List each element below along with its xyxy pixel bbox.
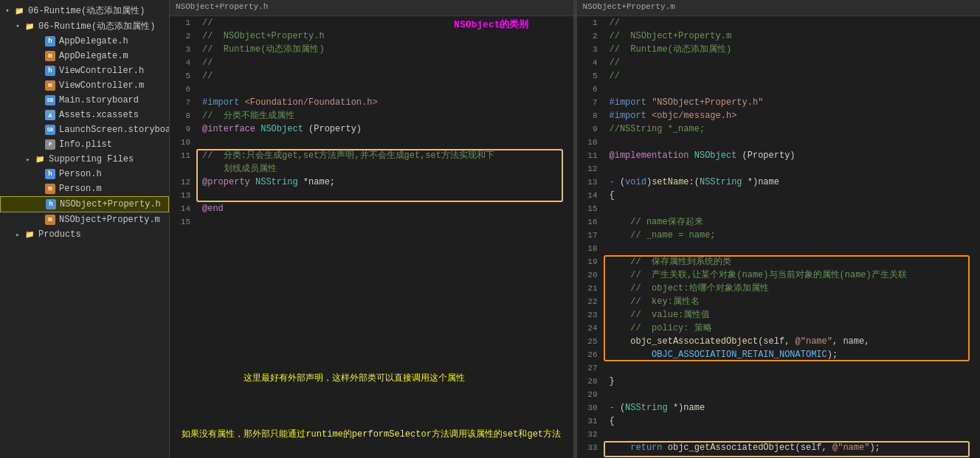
table-row: 31{ [577, 414, 981, 428]
table-row: 23 // value:属性值 [577, 308, 981, 322]
table-row: 15 [170, 215, 573, 229]
sidebar-item-person-h[interactable]: ▸hPerson.h [0, 167, 169, 181]
line-number: 2 [577, 30, 604, 43]
line-code: objc_setAssociatedObject(self, @"name", … [604, 335, 981, 348]
line-code [196, 136, 573, 149]
table-row: 22 // key:属性名 [577, 295, 981, 308]
table-row: 32 [577, 428, 981, 441]
table-row: 12 [577, 162, 981, 176]
line-number: 29 [577, 388, 604, 401]
sidebar-item-app-group[interactable]: ▾📁06-Runtime(动态添加属性) [0, 18, 169, 34]
sidebar-item-person-m[interactable]: ▸mPerson.m [0, 181, 169, 196]
line-code [604, 454, 981, 458]
sidebar-label: AppDelegate.m [59, 51, 128, 61]
sidebar-label: 06-Runtime(动态添加属性) [28, 4, 145, 17]
line-number: 8 [577, 109, 604, 122]
line-code: // _name = name; [604, 229, 981, 242]
expand-arrow: ▾ [13, 22, 22, 31]
table-row: 16 // name保存起来 [577, 215, 981, 229]
line-number: 10 [170, 136, 196, 149]
sidebar-item-appdelegate-m[interactable]: ▸mAppDelegate.m [0, 49, 169, 63]
m-file-icon: m [44, 214, 56, 226]
line-code: #import "NSObject+Property.h" [604, 96, 981, 109]
line-code [196, 83, 573, 96]
line-number: 15 [577, 202, 604, 215]
sidebar-label: NSObject+Property.h [60, 199, 161, 209]
line-number: 25 [577, 335, 604, 348]
line-code [604, 388, 981, 401]
table-row: 28} [577, 375, 981, 388]
line-code: // 保存属性到系统的类 [604, 255, 981, 268]
sidebar-label: ViewController.h [59, 66, 144, 76]
storyboard-icon: SB [44, 124, 56, 136]
left-code-panel: NSObject+Property.h NSObject的类别1//2// NS… [170, 0, 574, 458]
right-code-content[interactable]: 1//2// NSObject+Property.m3// Runtime(动态… [577, 16, 981, 458]
table-row: 1// [577, 16, 981, 30]
line-number: 8 [170, 109, 196, 122]
line-code [604, 162, 981, 176]
line-number: 33 [577, 441, 604, 454]
table-row: 9//NSString *_name; [577, 122, 981, 136]
line-code [196, 189, 573, 202]
table-row: 13- (void)setName:(NSString *)name [577, 176, 981, 189]
sidebar-item-nsobject-property-m[interactable]: ▸mNSObject+Property.m [0, 212, 169, 227]
line-number: 6 [577, 83, 604, 96]
sidebar-item-launchscreen[interactable]: ▸SBLaunchScreen.storyboard [0, 122, 169, 137]
line-code: #import <objc/message.h> [604, 109, 981, 122]
line-code: // object:给哪个对象添加属性 [604, 282, 981, 295]
line-code: // [604, 56, 981, 69]
line-code [196, 215, 573, 229]
sidebar-label: AppDelegate.h [59, 36, 128, 46]
line-code [604, 202, 981, 215]
line-number: 11 [170, 149, 196, 162]
right-filename: NSObject+Property.m [583, 2, 675, 11]
code-area: NSObject+Property.h NSObject的类别1//2// NS… [170, 0, 980, 458]
sidebar-item-supporting-files[interactable]: ▸📁Supporting Files [0, 152, 169, 167]
sidebar-item-info-plist[interactable]: ▸PInfo.plist [0, 137, 169, 152]
table-row: 6 [170, 83, 573, 96]
h-file-icon: h [44, 168, 56, 180]
line-code: { [604, 189, 981, 202]
expand-arrow: ▸ [24, 155, 32, 164]
line-number: 26 [577, 348, 604, 361]
table-row: 划线成员属性 [170, 162, 573, 176]
line-code: return objc_getAssociatedObject(self, @"… [604, 441, 981, 454]
sidebar-item-viewcontroller-h[interactable]: ▸hViewController.h [0, 63, 169, 78]
table-row: 8// 分类不能生成属性 [170, 109, 573, 122]
line-number: 12 [577, 162, 604, 176]
table-row: 6 [577, 83, 981, 96]
sidebar-item-root-group[interactable]: ▾📁06-Runtime(动态添加属性) [0, 3, 169, 18]
sidebar-item-nsobject-property-h[interactable]: ▸hNSObject+Property.h [0, 196, 169, 212]
line-code: } [604, 375, 981, 388]
line-number: 16 [577, 215, 604, 229]
line-code: // 产生关联,让某个对象(name)与当前对象的属性(name)产生关联 [604, 268, 981, 282]
line-number: 5 [577, 69, 604, 83]
sidebar-label: Main.storyboard [59, 95, 139, 105]
table-row: 5// [170, 69, 573, 83]
sidebar-item-appdelegate-h[interactable]: ▸hAppDelegate.h [0, 34, 169, 49]
sidebar-label: ViewController.m [59, 80, 144, 91]
sidebar-item-products[interactable]: ▸📁Products [0, 227, 169, 242]
sidebar-item-assets[interactable]: ▸AAssets.xcassets [0, 108, 169, 122]
line-number: 13 [577, 176, 604, 189]
line-code: @end [196, 202, 573, 215]
line-code: @implementation NSObject (Property) [604, 149, 981, 162]
folder-icon: 📁 [24, 229, 35, 240]
line-number: 2 [170, 30, 196, 43]
line-number: 22 [577, 295, 604, 308]
table-row: 11// 分类:只会生成get,set方法声明,并不会生成get,set方法实现… [170, 149, 573, 162]
line-code: // value:属性值 [604, 308, 981, 322]
line-code: // NSObject+Property.h [196, 30, 573, 43]
sidebar-item-viewcontroller-m[interactable]: ▸mViewController.m [0, 78, 169, 93]
left-code-content[interactable]: NSObject的类别1//2// NSObject+Property.h3//… [170, 16, 573, 458]
line-code: // [196, 69, 573, 83]
line-number: 11 [577, 149, 604, 162]
table-row: 7#import <Foundation/Foundation.h> [170, 96, 573, 109]
folder-icon: 📁 [34, 153, 46, 165]
table-row: 7#import "NSObject+Property.h" [577, 96, 981, 109]
sidebar-label: Info.plist [59, 139, 112, 150]
line-number: 21 [577, 282, 604, 295]
sidebar-item-main-storyboard[interactable]: ▸SBMain.storyboard [0, 93, 169, 108]
sidebar-label: LaunchScreen.storyboard [59, 125, 170, 135]
m-file-icon: m [44, 50, 56, 62]
